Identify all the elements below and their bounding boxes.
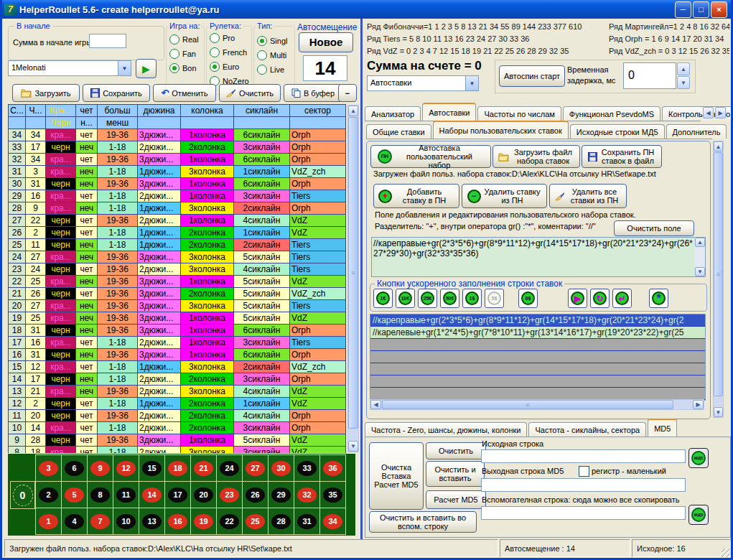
board-number-27[interactable]: 27 bbox=[243, 455, 268, 481]
cell-column[interactable]: 1колонка bbox=[181, 215, 234, 227]
cell-color[interactable]: кра... bbox=[46, 300, 76, 312]
cell-parity[interactable]: чет bbox=[76, 337, 98, 349]
cell-number[interactable]: 16 bbox=[26, 190, 46, 202]
cell-color[interactable]: черн bbox=[46, 325, 76, 337]
board-number-34[interactable]: 34 bbox=[320, 508, 345, 534]
cell-spin[interactable]: 8 bbox=[9, 447, 26, 453]
cell-spin[interactable]: 23 bbox=[9, 263, 26, 276]
cell-color[interactable]: кра... bbox=[46, 154, 76, 166]
cell-sixline[interactable]: 5сиклайн bbox=[234, 300, 290, 312]
cell-parity[interactable]: неч bbox=[76, 386, 98, 398]
cell-sector[interactable]: Orph bbox=[290, 178, 346, 190]
cell-parity[interactable]: чет bbox=[76, 190, 98, 202]
cell-dozen[interactable]: 3дюжи... bbox=[138, 129, 181, 141]
tab-freq-0[interactable]: Частота - Zero, шансы, дюжины, колонки bbox=[365, 422, 527, 437]
cell-sixline[interactable]: 4сиклайн bbox=[234, 410, 290, 422]
cell-parity[interactable]: чет bbox=[76, 410, 98, 422]
cell-spin[interactable]: 12 bbox=[9, 398, 26, 410]
cell-range[interactable]: 1-18 bbox=[98, 141, 138, 154]
cell-sector[interactable]: Orph bbox=[290, 154, 346, 166]
cell-sixline[interactable]: 6сиклайн bbox=[234, 325, 290, 337]
cell-number[interactable]: 31 bbox=[26, 325, 46, 337]
cell-column[interactable]: 1колонка bbox=[181, 129, 234, 141]
cell-range[interactable]: 1-18 bbox=[98, 239, 138, 251]
cell-number[interactable]: 17 bbox=[26, 141, 46, 154]
cell-spin[interactable]: 21 bbox=[9, 288, 26, 300]
board-number-3[interactable]: 3 bbox=[36, 455, 61, 481]
cell-spin[interactable]: 28 bbox=[9, 202, 26, 215]
cell-parity[interactable]: неч bbox=[76, 166, 98, 178]
cell-sector[interactable]: VdZ bbox=[290, 447, 346, 453]
cell-column[interactable]: 1колонка bbox=[181, 154, 234, 166]
radio-fan[interactable]: Fan bbox=[169, 47, 199, 61]
cell-spin[interactable]: 33 bbox=[9, 141, 26, 154]
board-number-23[interactable]: 23 bbox=[217, 482, 242, 508]
list-scroll-thumb[interactable]: ≡ bbox=[382, 400, 673, 409]
clear-fill-button[interactable]: * bbox=[649, 289, 668, 308]
autospin-start-button[interactable]: Автоспин старт bbox=[499, 65, 565, 87]
tabs-scroll-left-icon[interactable]: ◀ bbox=[703, 107, 714, 118]
cell-color[interactable]: черн bbox=[46, 410, 76, 422]
radio-live[interactable]: Live bbox=[257, 62, 287, 77]
stake-edit-field[interactable]: //кареправые+gr(2*3*5*6)+gr(8*9*11*12)+g… bbox=[371, 237, 706, 277]
cell-color[interactable]: кра... bbox=[46, 166, 76, 178]
board-number-31[interactable]: 31 bbox=[294, 508, 319, 534]
cell-spin[interactable]: 29 bbox=[9, 190, 26, 202]
cell-parity[interactable]: неч bbox=[76, 325, 98, 337]
cell-sector[interactable]: VdZ bbox=[290, 386, 346, 398]
cell-number[interactable]: 27 bbox=[26, 251, 46, 263]
chevron-down-icon[interactable]: ▼ bbox=[118, 61, 131, 75]
undo-button[interactable]: ↶Отменить bbox=[153, 84, 216, 102]
radio-bon[interactable]: Bon bbox=[169, 61, 199, 75]
cell-number[interactable]: 34 bbox=[26, 154, 46, 166]
cell-color[interactable]: кра... bbox=[46, 337, 76, 349]
cell-dozen[interactable]: 2дюжи... bbox=[138, 410, 181, 422]
board-number-25[interactable]: 25 bbox=[243, 508, 268, 534]
cell-sixline[interactable]: 3сиклайн bbox=[234, 141, 290, 154]
stake-edit-text[interactable]: //кареправые+gr(2*3*5*6)+gr(8*9*11*12)+g… bbox=[372, 238, 695, 276]
cell-color[interactable]: черн bbox=[46, 178, 76, 190]
cell-dozen[interactable]: 3дюжи... bbox=[138, 300, 181, 312]
cell-range[interactable]: 19-36 bbox=[98, 325, 138, 337]
cell-sixline[interactable]: 6сиклайн bbox=[234, 349, 290, 361]
cell-sector[interactable]: VdZ_zch bbox=[290, 288, 346, 300]
resize-grip[interactable] bbox=[722, 549, 730, 557]
close-button[interactable]: × bbox=[711, 1, 727, 18]
tab-sets-3[interactable]: Дополнитель bbox=[666, 124, 727, 139]
tab-sets-0[interactable]: Общие ставки bbox=[366, 124, 431, 139]
cell-color[interactable]: черн bbox=[46, 263, 76, 276]
cell-color[interactable]: черн bbox=[46, 373, 76, 386]
cell-number[interactable]: 16 bbox=[26, 337, 46, 349]
minimize-button[interactable]: ─ bbox=[675, 1, 691, 18]
cell-color[interactable]: черн bbox=[46, 141, 76, 154]
cell-range[interactable]: 19-36 bbox=[98, 349, 138, 361]
cell-dozen[interactable]: 3дюжи... bbox=[138, 276, 181, 288]
cell-range[interactable]: 19-36 bbox=[98, 129, 138, 141]
cell-parity[interactable]: неч bbox=[76, 239, 98, 251]
cell-color[interactable]: черн bbox=[46, 434, 76, 447]
board-number-12[interactable]: 12 bbox=[113, 455, 139, 481]
bet-10eur-button[interactable]: 10€ bbox=[396, 289, 415, 308]
cell-column[interactable]: 1колонка bbox=[181, 312, 234, 325]
cell-spin[interactable]: 27 bbox=[9, 215, 26, 227]
cell-spin[interactable]: 22 bbox=[9, 276, 26, 288]
cell-column[interactable]: 1колонка bbox=[181, 325, 234, 337]
cell-color[interactable]: кра... bbox=[46, 361, 76, 373]
cell-dozen[interactable]: 2дюжи... bbox=[138, 447, 181, 453]
board-number-22[interactable]: 22 bbox=[217, 508, 242, 534]
cell-range[interactable]: 19-36 bbox=[98, 312, 138, 325]
cell-dozen[interactable]: 3дюжи... bbox=[138, 349, 181, 361]
cell-sixline[interactable]: 5сиклайн bbox=[234, 251, 290, 263]
cell-range[interactable]: 19-36 bbox=[98, 251, 138, 263]
board-number-20[interactable]: 20 bbox=[191, 482, 216, 508]
cell-color[interactable]: кра... bbox=[46, 422, 76, 434]
board-number-16[interactable]: 16 bbox=[165, 508, 190, 534]
md5-source-button[interactable]: МД5 bbox=[688, 448, 709, 468]
bet-0usd-button[interactable]: 0$ bbox=[518, 289, 538, 308]
clear-button[interactable]: Очистить bbox=[219, 84, 281, 102]
cell-number[interactable]: 27 bbox=[26, 300, 46, 312]
insert-fill-button[interactable]: ↵ bbox=[612, 289, 632, 308]
scroll-right-icon[interactable]: ▶ bbox=[693, 400, 704, 409]
board-number-26[interactable]: 26 bbox=[243, 482, 268, 508]
cell-sector[interactable]: VdZ bbox=[290, 227, 346, 239]
